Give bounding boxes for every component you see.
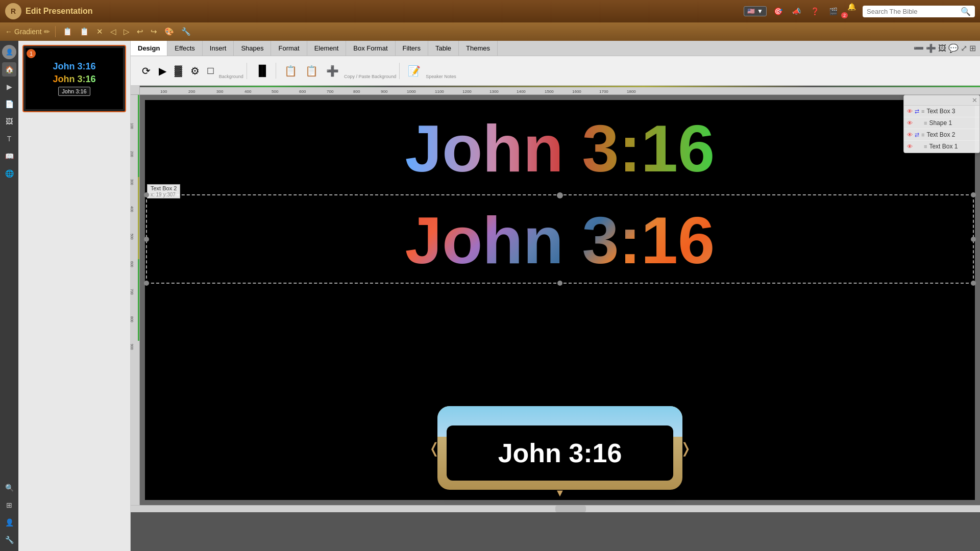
layer-link-icon[interactable]: ⇄ (915, 132, 919, 138)
search-icon[interactable]: 🔍 (961, 7, 971, 16)
background-btn-4[interactable]: ⚙ (187, 63, 203, 79)
handle-bm[interactable] (557, 281, 562, 286)
slide-thumbnail-1[interactable]: 1 John 3:16 John 3:16 John 3:16 (22, 45, 126, 112)
sidebar-media-icon[interactable]: 🖼 (2, 114, 16, 129)
svg-text:800: 800 (131, 316, 134, 322)
bible-search-box[interactable]: 🔍 (863, 6, 975, 17)
tab-effects[interactable]: Effects (167, 41, 203, 56)
minus-icon[interactable]: ➖ (914, 43, 924, 53)
photo-icon[interactable]: 🖼 (938, 44, 946, 53)
sidebar-play-icon[interactable]: ▶ (2, 80, 16, 94)
layer-link-icon[interactable]: ⇄ (915, 108, 919, 115)
back-button[interactable]: ← Gradient ✏ (5, 28, 50, 36)
undo-icon[interactable]: ↩ (135, 26, 145, 37)
layer-eye-icon[interactable]: 👁 (907, 108, 913, 114)
add-icon: ➕ (326, 65, 339, 77)
layers-close-button[interactable]: ✕ (972, 96, 977, 104)
paste-bg-btn[interactable]: 📋 (302, 63, 321, 79)
layer-item-text-box-1[interactable]: 👁 ≡ Text Box 1 (904, 141, 979, 153)
sidebar-search-icon[interactable]: 🔍 (2, 481, 16, 495)
sidebar-home-icon[interactable]: 🏠 (2, 62, 16, 77)
main-canvas[interactable]: John 3:16 Text Box 2 x: 19 y:307 1882x30… (140, 95, 980, 505)
ruler-corner (131, 86, 140, 95)
layer-item-text-box-3[interactable]: 👁 ⇄ ≡ Text Box 3 (904, 106, 979, 117)
slide-text-2: John 3:16 (53, 74, 95, 85)
announce-icon[interactable]: 📣 (789, 4, 803, 18)
background-btn-3[interactable]: ▓ (172, 63, 185, 79)
tab-shapes[interactable]: Shapes (234, 41, 271, 56)
sidebar-grid-icon[interactable]: ⊞ (2, 498, 16, 512)
prev-icon[interactable]: ◁ (108, 26, 118, 37)
expand-icon[interactable]: ⤢ (961, 43, 967, 53)
gradient-label: Gradient (14, 28, 42, 36)
copy-icon[interactable]: 📋 (61, 26, 75, 37)
svg-text:1600: 1600 (572, 89, 581, 94)
svg-text:700: 700 (131, 289, 134, 295)
layer-item-text-box-2[interactable]: 👁 ⇄ ≡ Text Box 2 (904, 129, 979, 141)
john316-text-3: John 3:16 (498, 438, 622, 468)
text-box-2-display[interactable]: John 3:16 (405, 202, 715, 279)
sidebar-text-icon[interactable]: T (2, 132, 16, 146)
color-icon[interactable]: 🎨 (162, 26, 176, 37)
layer-name: Shape 1 (929, 119, 952, 127)
layer-eye-icon[interactable]: 👁 (907, 132, 913, 138)
sidebar-globe-icon[interactable]: 🌐 (2, 166, 16, 181)
handle-tr[interactable] (971, 192, 976, 197)
target-icon[interactable]: 🎯 (771, 4, 785, 18)
sidebar-settings-icon[interactable]: 🔧 (2, 533, 16, 547)
settings-icon[interactable]: 🔧 (179, 26, 193, 37)
rotate-handle[interactable] (557, 192, 563, 198)
scrollbar-thumb[interactable] (555, 506, 586, 512)
background-btn-1[interactable]: ⟳ (139, 63, 154, 79)
frame-wing-left: ❬ (428, 440, 440, 457)
tab-table[interactable]: Table (428, 41, 459, 56)
add-bg-btn[interactable]: ➕ (323, 63, 342, 79)
layer-eye-icon[interactable]: 👁 (907, 120, 913, 126)
handle-ml[interactable] (144, 237, 149, 242)
help-icon[interactable]: ❓ (807, 4, 822, 18)
edit-icon: ✏ (44, 28, 50, 36)
media-icon[interactable]: 🎬 (826, 4, 840, 18)
tab-themes[interactable]: Themes (459, 41, 498, 56)
sidebar-person-icon[interactable]: 👤 (2, 515, 16, 530)
plus-icon[interactable]: ➕ (926, 43, 936, 53)
user-avatar[interactable]: 👤 (2, 45, 16, 59)
canvas-area: 100 200 300 400 500 600 700 800 900 1000… (131, 86, 980, 551)
background-btn-2[interactable]: ▶ (156, 63, 169, 79)
text-box-3-display[interactable]: ❬ ❭ John 3:16 ▼ (437, 406, 682, 490)
sidebar-book-icon[interactable]: 📖 (2, 149, 16, 163)
search-input[interactable] (867, 8, 959, 15)
comment-icon[interactable]: 💬 (948, 43, 959, 53)
language-selector[interactable]: 🇺🇸 ▼ (744, 6, 767, 16)
close-icon[interactable]: ✕ (94, 26, 105, 37)
handle-mr[interactable] (971, 237, 976, 242)
scrollbar-bottom[interactable] (131, 505, 980, 512)
bars-btn[interactable]: ▐▌ (252, 63, 273, 79)
handle-bl[interactable] (144, 281, 149, 286)
layer-item-shape-1[interactable]: 👁 ≡ Shape 1 (904, 117, 979, 129)
layer-lines-icon: ≡ (924, 120, 927, 126)
copy-bg-btn[interactable]: 📋 (281, 63, 300, 79)
tab-box-format[interactable]: Box Format (346, 41, 395, 56)
duplicate-icon[interactable]: 📋 (78, 26, 91, 37)
app-title: Edit Presentation (26, 7, 93, 16)
svg-text:800: 800 (353, 89, 360, 94)
tab-filters[interactable]: Filters (396, 41, 428, 56)
frame-inner: John 3:16 (447, 425, 673, 481)
slide-canvas: John 3:16 Text Box 2 x: 19 y:307 1882x30… (145, 100, 975, 500)
notification-icon[interactable]: 🔔 (844, 0, 859, 14)
layer-eye-icon[interactable]: 👁 (907, 143, 913, 149)
tab-insert[interactable]: Insert (203, 41, 234, 56)
redo-icon[interactable]: ↪ (149, 26, 159, 37)
next-icon[interactable]: ▷ (121, 26, 132, 37)
handle-br[interactable] (971, 281, 976, 286)
tab-element[interactable]: Element (307, 41, 347, 56)
notes-btn[interactable]: 📝 (405, 63, 424, 79)
tab-format[interactable]: Format (271, 41, 307, 56)
grid-icon[interactable]: ⊞ (969, 43, 976, 53)
sidebar-slides-icon[interactable]: 📄 (2, 97, 16, 111)
tab-design[interactable]: Design (131, 41, 167, 56)
background-btn-5[interactable]: □ (205, 63, 217, 79)
text-box-1-display[interactable]: John 3:16 (405, 110, 715, 187)
handle-tl[interactable] (144, 192, 149, 197)
